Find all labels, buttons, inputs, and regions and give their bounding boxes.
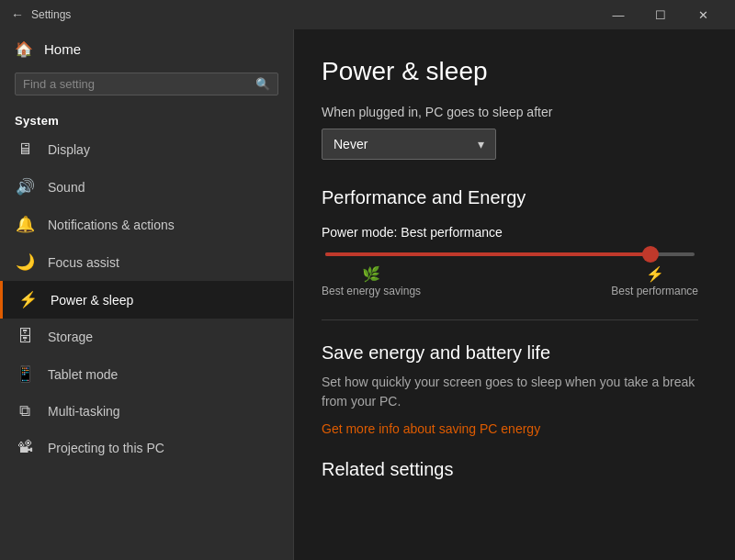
window-title: Settings bbox=[31, 8, 590, 21]
sidebar-item-label-multitasking: Multi-tasking bbox=[48, 404, 120, 419]
save-energy-title: Save energy and battery life bbox=[322, 342, 698, 364]
search-input[interactable] bbox=[23, 77, 250, 91]
best-performance-label: Best performance bbox=[611, 285, 698, 297]
focus-assist-icon: 🌙 bbox=[15, 252, 35, 272]
slider-thumb[interactable] bbox=[642, 246, 659, 263]
sidebar-home[interactable]: 🏠 Home bbox=[0, 29, 293, 69]
sidebar-item-label-tablet-mode: Tablet mode bbox=[48, 367, 118, 382]
related-settings-title: Related settings bbox=[322, 459, 698, 480]
sidebar-item-label-power-sleep: Power & sleep bbox=[51, 293, 133, 308]
content-area: Power & sleep When plugged in, PC goes t… bbox=[294, 29, 735, 560]
slider-labels: 🌿 Best energy savings ⚡ Best performance bbox=[322, 265, 698, 297]
sidebar-item-label-focus-assist: Focus assist bbox=[48, 255, 119, 270]
page-title: Power & sleep bbox=[322, 57, 698, 86]
sidebar-item-multitasking[interactable]: ⧉Multi-tasking bbox=[0, 393, 293, 430]
search-bar[interactable]: 🔍 bbox=[15, 73, 278, 95]
notifications-icon: 🔔 bbox=[15, 215, 35, 234]
sidebar-item-storage[interactable]: 🗄Storage bbox=[0, 319, 293, 355]
sidebar-item-notifications[interactable]: 🔔Notifications & actions bbox=[0, 206, 293, 243]
display-icon: 🖥 bbox=[15, 140, 35, 159]
energy-savings-icon: 🌿 bbox=[362, 265, 380, 283]
title-bar: ← Settings — ☐ ✕ bbox=[0, 0, 735, 29]
sidebar-item-label-storage: Storage bbox=[48, 330, 93, 344]
sidebar-item-sound[interactable]: 🔊Sound bbox=[0, 168, 293, 206]
sleep-section-label: When plugged in, PC goes to sleep after bbox=[322, 105, 698, 119]
storage-icon: 🗄 bbox=[15, 328, 35, 346]
sidebar-home-label: Home bbox=[44, 41, 81, 57]
sidebar-item-projecting[interactable]: 📽Projecting to this PC bbox=[0, 430, 293, 466]
slider-track bbox=[325, 252, 695, 256]
sidebar-item-display[interactable]: 🖥Display bbox=[0, 131, 293, 168]
power-mode-label: Power mode: Best performance bbox=[322, 225, 698, 240]
save-energy-desc: Set how quickly your screen goes to slee… bbox=[322, 373, 698, 411]
sound-icon: 🔊 bbox=[15, 177, 35, 196]
main-layout: 🏠 Home 🔍 System 🖥Display🔊Sound🔔Notificat… bbox=[0, 29, 735, 560]
minimize-button[interactable]: — bbox=[597, 0, 639, 29]
power-sleep-icon: ⚡ bbox=[17, 290, 38, 309]
search-icon: 🔍 bbox=[255, 77, 270, 91]
slider-label-right: ⚡ Best performance bbox=[611, 265, 698, 297]
sidebar-item-tablet-mode[interactable]: 📱Tablet mode bbox=[0, 355, 293, 393]
maximize-button[interactable]: ☐ bbox=[639, 0, 682, 29]
close-button[interactable]: ✕ bbox=[682, 0, 724, 29]
home-icon: 🏠 bbox=[15, 40, 33, 58]
slider-label-left: 🌿 Best energy savings bbox=[322, 265, 421, 297]
sleep-dropdown[interactable]: Never ▾ bbox=[322, 129, 496, 160]
projecting-icon: 📽 bbox=[15, 439, 35, 457]
section-divider bbox=[322, 319, 698, 320]
sleep-dropdown-value: Never bbox=[334, 137, 368, 151]
energy-savings-label: Best energy savings bbox=[322, 285, 421, 297]
sidebar-item-label-notifications: Notifications & actions bbox=[48, 218, 175, 232]
sidebar-item-label-sound: Sound bbox=[48, 180, 85, 195]
window-controls: — ☐ ✕ bbox=[597, 0, 724, 29]
power-slider-container: 🌿 Best energy savings ⚡ Best performance bbox=[322, 252, 698, 297]
tablet-mode-icon: 📱 bbox=[15, 364, 35, 384]
sidebar-item-label-display: Display bbox=[48, 142, 90, 157]
sidebar-section-title: System bbox=[0, 106, 293, 131]
sidebar: 🏠 Home 🔍 System 🖥Display🔊Sound🔔Notificat… bbox=[0, 29, 294, 560]
chevron-down-icon: ▾ bbox=[478, 137, 484, 151]
best-performance-icon: ⚡ bbox=[646, 265, 664, 283]
sidebar-item-focus-assist[interactable]: 🌙Focus assist bbox=[0, 243, 293, 281]
multitasking-icon: ⧉ bbox=[15, 402, 35, 420]
sidebar-item-power-sleep[interactable]: ⚡Power & sleep bbox=[0, 281, 293, 319]
performance-heading: Performance and Energy bbox=[322, 187, 698, 208]
sidebar-item-label-projecting: Projecting to this PC bbox=[48, 441, 164, 455]
back-button[interactable]: ← bbox=[11, 7, 24, 22]
save-energy-link[interactable]: Get more info about saving PC energy bbox=[322, 421, 540, 436]
sidebar-items-container: 🖥Display🔊Sound🔔Notifications & actions🌙F… bbox=[0, 131, 293, 466]
slider-fill bbox=[325, 252, 650, 256]
